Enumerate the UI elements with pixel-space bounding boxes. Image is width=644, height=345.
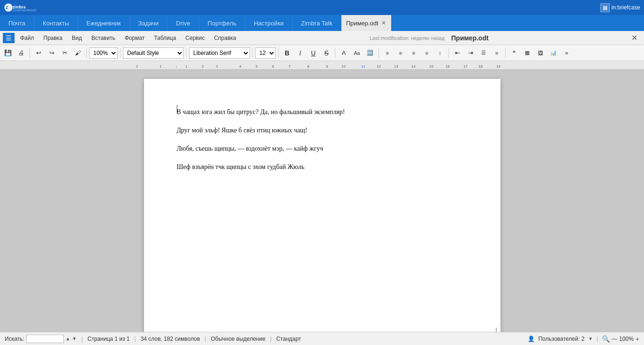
- cut-button[interactable]: ✂: [59, 47, 71, 59]
- menu-help[interactable]: Справка: [210, 31, 240, 45]
- underline-button[interactable]: U: [307, 47, 319, 59]
- paragraph-2: Друг мой эльф! Яшке б свёз птиц южных ча…: [177, 125, 472, 135]
- menu-view[interactable]: Вид: [68, 31, 86, 45]
- search-prev-button[interactable]: ▲: [66, 336, 70, 341]
- last-modification: Last modification: неделю назад: [370, 35, 445, 41]
- separator-10: [505, 48, 506, 58]
- insert-table-button[interactable]: ▦: [521, 47, 533, 59]
- indent-increase-button[interactable]: ⇥: [464, 47, 477, 59]
- word-count: 34 слов, 182 символов: [141, 336, 200, 342]
- tab-settings[interactable]: Настройки: [245, 15, 293, 31]
- font-select[interactable]: Liberation Serif: [189, 47, 250, 59]
- tab-portfolio[interactable]: Портфель: [199, 15, 245, 31]
- separator-9: [448, 48, 449, 58]
- briefcase-label: in:briefcase: [612, 4, 640, 11]
- more-button[interactable]: »: [561, 47, 573, 59]
- users-count: Пользователей: 2: [538, 336, 584, 342]
- zoom-in-button[interactable]: +: [636, 335, 639, 343]
- font-size-select[interactable]: 12: [255, 47, 276, 59]
- paragraph-1: В чащах юга жил бы цитрус? Да, но фальши…: [177, 107, 472, 117]
- zoom-level: 100%: [619, 336, 634, 342]
- tab-tasks[interactable]: Задачи: [130, 15, 168, 31]
- document-title-header: Пример.odt: [451, 34, 489, 42]
- separator-2: [86, 48, 87, 58]
- status-right: 👤 Пользователей: 2 ▼ | 🔍 — 100% +: [528, 335, 639, 343]
- menu-tools[interactable]: Сервис: [182, 31, 208, 45]
- svg-text:A SYNACOR PRODUCT: A SYNACOR PRODUCT: [13, 9, 37, 12]
- ruler: 2 1 | 1 2 3 4 5 6 7 8 9 10 11 12 13 14 1…: [0, 61, 644, 69]
- svg-text:Z: Z: [6, 5, 8, 10]
- menu-table[interactable]: Таблица: [150, 31, 180, 45]
- search-next-button[interactable]: ▼: [72, 336, 77, 341]
- italic-button[interactable]: I: [294, 47, 306, 59]
- zoom-out-button[interactable]: 🔍: [602, 335, 610, 343]
- separator-8: [379, 48, 379, 58]
- menu-format[interactable]: Формат: [121, 31, 149, 45]
- document-page: В чащах юга жил бы цитрус? Да, но фальши…: [144, 79, 500, 332]
- line-spacing-button[interactable]: ↕: [434, 47, 446, 59]
- separator-4: [186, 48, 187, 58]
- bold-button[interactable]: B: [281, 47, 293, 59]
- users-dropdown-button[interactable]: ▼: [588, 336, 593, 341]
- tab-calendar[interactable]: Ежедневник: [78, 15, 129, 31]
- list-ordered-button[interactable]: ≡: [491, 47, 503, 59]
- style-select[interactable]: Default Style: [123, 47, 184, 59]
- align-justify-button[interactable]: ≡: [421, 47, 433, 59]
- menu-file[interactable]: Файл: [16, 31, 38, 45]
- undo-button[interactable]: ↩: [32, 47, 45, 59]
- hamburger-icon[interactable]: ☰: [3, 33, 15, 43]
- quote-button[interactable]: ❝: [508, 47, 520, 59]
- zoom-separator: —: [612, 336, 617, 342]
- page-corner: [491, 328, 497, 332]
- search-label: Искать:: [5, 336, 24, 342]
- svg-text:zimbra: zimbra: [13, 5, 26, 9]
- editor-area[interactable]: В чащах юга жил бы цитрус? Да, но фальши…: [0, 69, 644, 332]
- page-info: Страница 1 из 1: [88, 336, 130, 342]
- view-icon: ▦: [600, 3, 610, 12]
- separator-7: [335, 48, 335, 58]
- insert-image-button[interactable]: 🖼: [534, 47, 546, 59]
- tab-doc-label: Пример.odt: [346, 20, 379, 27]
- tab-talk[interactable]: Zimbra Talk: [293, 15, 341, 31]
- print-button[interactable]: 🖨: [15, 47, 27, 59]
- list-unordered-button[interactable]: ☰: [477, 47, 490, 59]
- doc-style: Стандарт: [276, 336, 301, 342]
- menu-edit[interactable]: Правка: [40, 31, 67, 45]
- zimbra-logo: Z zimbra A SYNACOR PRODUCT: [4, 1, 41, 14]
- tab-drive[interactable]: Drive: [167, 15, 199, 31]
- tab-doc[interactable]: Пример.odt ✕: [341, 15, 391, 31]
- text-bg-button[interactable]: 🔤: [364, 47, 376, 59]
- briefcase-info: ▦ in:briefcase: [600, 3, 640, 12]
- zoom-control: 🔍 — 100% +: [602, 335, 639, 343]
- align-center-button[interactable]: ≡: [394, 47, 407, 59]
- insert-chart-button[interactable]: 📊: [547, 47, 560, 59]
- separator-3: [120, 48, 121, 58]
- highlight-button[interactable]: Aa: [351, 47, 363, 59]
- nav-tabs: Почта Контакты Ежедневник Задачи Drive П…: [0, 15, 644, 31]
- align-left-button[interactable]: ≡: [381, 47, 394, 59]
- tab-mail[interactable]: Почта: [0, 15, 34, 31]
- paragraph-3: Любя, съешь щипцы, — вздохнёт мэр, — кай…: [177, 144, 472, 153]
- menubar: ☰ Файл Правка Вид Вставить Формат Таблиц…: [0, 31, 644, 45]
- page-content[interactable]: В чащах юга жил бы цитрус? Да, но фальши…: [177, 107, 472, 172]
- align-right-button[interactable]: ≡: [408, 47, 420, 59]
- status-bar: Искать: ▲ ▼ | Страница 1 из 1 | 34 слов,…: [0, 332, 644, 345]
- formatting-toolbar: 💾 🖨 ↩ ↪ ✂ 🖌 100% Default Style Liberatio…: [0, 45, 644, 61]
- top-bar: Z zimbra A SYNACOR PRODUCT ▦ in:briefcas…: [0, 0, 644, 15]
- text-cursor: [177, 105, 177, 113]
- indent-decrease-button[interactable]: ⇤: [451, 47, 463, 59]
- user-icon: 👤: [528, 336, 535, 342]
- paint-format-button[interactable]: 🖌: [72, 47, 84, 59]
- save-button[interactable]: 💾: [2, 47, 14, 59]
- strikethrough-button[interactable]: S: [320, 47, 333, 59]
- menu-insert[interactable]: Вставить: [88, 31, 119, 45]
- tab-contacts[interactable]: Контакты: [34, 15, 78, 31]
- selection-mode: Обычное выделение: [211, 336, 265, 342]
- separator-1: [30, 48, 30, 58]
- font-color-button[interactable]: A: [338, 47, 350, 59]
- doc-close-button[interactable]: ✕: [628, 33, 641, 42]
- tab-close-icon[interactable]: ✕: [381, 20, 386, 26]
- zoom-select[interactable]: 100%: [89, 47, 118, 59]
- redo-button[interactable]: ↪: [45, 47, 58, 59]
- search-input[interactable]: [26, 335, 64, 343]
